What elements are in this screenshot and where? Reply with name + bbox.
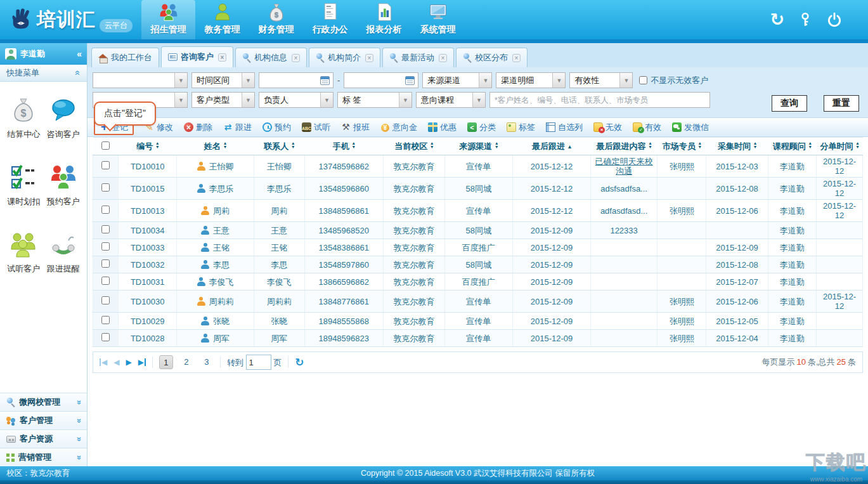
category-button[interactable]: 分类: [467, 122, 496, 133]
sort-icon[interactable]: [292, 141, 294, 149]
sort-icon[interactable]: [224, 141, 226, 149]
goto-page-input[interactable]: [246, 355, 271, 370]
tag-button[interactable]: 标签: [507, 122, 535, 133]
send-wechat-button[interactable]: 发微信: [672, 122, 709, 133]
chevron-down-icon[interactable]: «: [74, 455, 83, 459]
sort-icon[interactable]: [699, 141, 701, 149]
table-row[interactable]: TD10029 张晓 张晓 18948555868 敦克尔教育 宣传单 2015…: [93, 313, 863, 330]
user-bar[interactable]: 李道勤 «: [0, 43, 87, 65]
tag-select[interactable]: 标 签▼: [337, 92, 412, 108]
column-header[interactable]: 最后跟进内容: [591, 138, 657, 155]
close-icon[interactable]: [512, 54, 521, 62]
page-number[interactable]: 3: [200, 355, 214, 369]
refresh-icon[interactable]: ↻: [770, 11, 784, 28]
sort-icon[interactable]: [353, 141, 355, 149]
table-row[interactable]: TD10034 王意 王意 13485968520 敦克尔教育 58同城 201…: [93, 222, 863, 239]
custom-columns-button[interactable]: 自选列: [546, 122, 583, 133]
prev-page-icon[interactable]: ◀: [113, 358, 119, 366]
reload-icon[interactable]: ↻: [295, 356, 304, 369]
tab-org-info[interactable]: 机构信息: [235, 48, 307, 67]
hide-invalid-checkbox-label[interactable]: 不显示无效客户: [639, 75, 708, 86]
column-header[interactable]: 手机: [304, 138, 383, 155]
sort-icon[interactable]: [495, 141, 498, 149]
cell-name[interactable]: 李俊飞: [177, 273, 254, 291]
column-header[interactable]: 采集时间: [706, 138, 768, 155]
table-row[interactable]: TD10010 王怡卿 王怡卿 13748596862 敦克尔教育 宣传单 20…: [93, 155, 863, 178]
chevron-down-icon[interactable]: «: [74, 418, 83, 422]
page-number[interactable]: 2: [179, 355, 193, 369]
row-checkbox[interactable]: [101, 333, 110, 341]
table-row[interactable]: TD10030 周莉莉 周莉莉 13848776861 敦克尔教育 宣传单 20…: [93, 291, 863, 313]
quick-item-trial[interactable]: 试听客户: [7, 230, 40, 275]
column-header[interactable]: 编号: [119, 138, 177, 155]
nav-academic[interactable]: 教务管理: [195, 0, 249, 39]
sort-icon[interactable]: [431, 141, 433, 149]
quick-item-consult[interactable]: 咨询客户: [47, 96, 80, 140]
column-header[interactable]: 市场专员: [657, 138, 706, 155]
row-checkbox[interactable]: [101, 183, 110, 192]
table-row[interactable]: TD10032 李思 李思 13548597860 敦克尔教育 58同城 201…: [93, 256, 863, 273]
close-icon[interactable]: [439, 54, 447, 62]
intended-course-select[interactable]: 意向课程▼: [416, 92, 486, 108]
quick-item-class-hours[interactable]: 课时划扣: [7, 163, 40, 207]
close-icon[interactable]: [292, 54, 300, 62]
mark-valid-button[interactable]: 有效: [633, 122, 661, 133]
quick-menu-header[interactable]: 快捷菜单 «: [0, 65, 87, 82]
cell-name[interactable]: 张晓: [177, 313, 254, 330]
validity-select[interactable]: 有效性▼: [569, 72, 633, 88]
owner-select[interactable]: 负责人▼: [259, 92, 334, 108]
select-all-checkbox[interactable]: [101, 141, 110, 150]
next-page-icon[interactable]: ▶: [126, 358, 131, 366]
filter-select-1[interactable]: ▼: [93, 72, 188, 88]
appointment-button[interactable]: 预约: [262, 122, 291, 133]
hide-invalid-checkbox[interactable]: [639, 76, 647, 84]
cell-name[interactable]: 周军: [177, 330, 254, 347]
tab-latest-activity[interactable]: 最新活动: [382, 48, 454, 67]
column-header[interactable]: 当前校区: [383, 138, 444, 155]
power-icon[interactable]: [826, 11, 843, 28]
column-header[interactable]: 分单时间: [817, 138, 863, 155]
chevron-down-icon[interactable]: «: [74, 400, 83, 404]
keyword-search-input[interactable]: [489, 92, 710, 108]
cell-name[interactable]: 李思乐: [177, 178, 254, 200]
table-row[interactable]: TD10031 李俊飞 李俊飞 13866596862 敦克尔教育 百度推广 2…: [93, 273, 863, 291]
tab-consult-customers[interactable]: 咨询客户: [161, 46, 233, 67]
nav-enrollment[interactable]: 招生管理: [141, 0, 195, 39]
cell-name[interactable]: 李思: [177, 256, 254, 273]
select-all-header[interactable]: [93, 138, 119, 155]
tab-org-intro[interactable]: 机构简介: [309, 48, 380, 67]
chevron-down-icon[interactable]: «: [74, 436, 83, 441]
sort-icon[interactable]: [568, 143, 571, 149]
sidebar-item-customer-resources[interactable]: 客户资源 «: [0, 429, 87, 448]
nav-finance[interactable]: $ 财务管理: [249, 0, 303, 39]
table-row[interactable]: TD10015 李思乐 李思乐 13548596860 敦克尔教育 58同城 2…: [93, 178, 863, 200]
source-channel-select[interactable]: 来源渠道▼: [422, 72, 492, 88]
delete-button[interactable]: 删除: [184, 122, 212, 133]
sort-icon[interactable]: [857, 141, 859, 149]
cell-name[interactable]: 王意: [177, 222, 254, 239]
quick-item-followup-reminder[interactable]: 跟进提醒: [47, 230, 80, 275]
sort-icon[interactable]: [754, 141, 756, 149]
column-header[interactable]: 姓名: [177, 138, 254, 155]
date-to-input[interactable]: [344, 72, 418, 88]
row-checkbox[interactable]: [101, 206, 110, 214]
customer-type-select[interactable]: 客户类型▼: [191, 92, 255, 108]
cell-name[interactable]: 周莉: [177, 200, 254, 222]
enroll-button[interactable]: 报班: [341, 122, 370, 133]
reset-button[interactable]: 重置: [824, 95, 859, 112]
sort-icon[interactable]: [809, 141, 812, 149]
row-checkbox[interactable]: [101, 161, 110, 169]
sidebar-collapse-icon[interactable]: «: [77, 49, 82, 59]
column-header[interactable]: 课程顾问: [768, 138, 816, 155]
key-icon[interactable]: [797, 11, 813, 28]
query-button[interactable]: 查询: [772, 95, 807, 112]
channel-detail-select[interactable]: 渠道明细▼: [496, 72, 566, 88]
nav-admin-office[interactable]: 行政办公: [303, 0, 357, 39]
sort-icon[interactable]: [649, 141, 652, 149]
tab-campus-distribution[interactable]: 校区分布: [456, 48, 528, 67]
quick-item-appointments[interactable]: 预约客户: [47, 163, 80, 207]
column-header[interactable]: 最后跟进: [512, 138, 591, 155]
table-row[interactable]: TD10013 周莉 周莉 13848596861 敦克尔教育 宣传单 2015…: [93, 200, 863, 222]
last-page-icon[interactable]: ▶: [138, 358, 146, 366]
column-header[interactable]: 来源渠道: [444, 138, 512, 155]
